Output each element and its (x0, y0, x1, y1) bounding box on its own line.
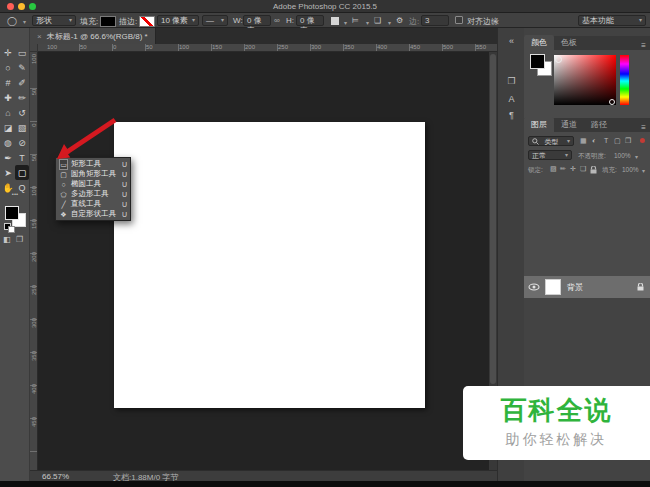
more-tools-icon[interactable]: ••• (0, 191, 30, 197)
lock-pixels-icon[interactable]: ✏ (560, 165, 566, 173)
layer-filter-toggle[interactable] (640, 138, 645, 143)
saturation-brightness-field[interactable] (554, 55, 616, 105)
options-bar: ◯ ▾ 形状▾ 填充: 描边: 10 像素▾ —▾ W: 0 像素 ∞ H: 0… (0, 13, 650, 28)
link-dimensions-icon[interactable]: ∞ (274, 16, 280, 25)
document-tab[interactable]: × 未标题-1 @ 66.6%(RGB/8) * (30, 28, 156, 44)
tab-color[interactable]: 颜色 (524, 35, 554, 50)
watermark-title: 百科全说 (463, 393, 650, 428)
chevron-down-icon: ▾ (642, 167, 645, 174)
tool-preset-arrow-icon[interactable]: ▾ (23, 18, 26, 25)
menu-item-line-tool[interactable]: ╱ 直线工具 U (56, 199, 130, 209)
workspace-dropdown[interactable]: 基本功能▾ (578, 15, 646, 26)
width-label: W: (233, 16, 243, 25)
zoom-level[interactable]: 66.57% (42, 472, 69, 481)
lock-position-icon[interactable]: ✛ (570, 165, 576, 173)
chevron-down-icon: ▾ (565, 150, 568, 161)
opacity-value[interactable]: 100% (614, 152, 631, 159)
stroke-width-dropdown[interactable]: 10 像素▾ (157, 15, 199, 26)
move-tool[interactable]: ✛ (1, 45, 15, 60)
tab-layers[interactable]: 图层 (524, 117, 554, 132)
lock-label: 锁定: (528, 166, 543, 175)
color-picker-marker[interactable] (555, 56, 562, 63)
path-arrangement-icon[interactable]: ❏ (374, 16, 381, 25)
shape-tool[interactable]: ▢ (15, 165, 29, 180)
chevron-down-icon[interactable]: ▾ (388, 19, 391, 26)
canvas-area[interactable] (38, 52, 497, 470)
history-brush-tool[interactable]: ↺ (15, 105, 29, 120)
pen-tool[interactable]: ✒ (1, 150, 15, 165)
type-tool[interactable]: T (15, 150, 29, 165)
healing-tool[interactable]: ✚ (1, 90, 15, 105)
path-select-tool[interactable]: ➤ (1, 165, 15, 180)
character-panel-icon[interactable]: A (498, 94, 525, 104)
close-icon[interactable]: × (37, 32, 42, 41)
eraser-tool[interactable]: ◪ (1, 120, 15, 135)
panel-menu-icon[interactable]: ≡ (641, 41, 650, 50)
status-chevron-icon[interactable]: › (176, 471, 179, 480)
tool-mode-dropdown[interactable]: 形状▾ (32, 15, 76, 26)
fill-swatch[interactable] (100, 16, 116, 27)
menu-item-polygon-tool[interactable]: ⬠ 多边形工具 U (56, 189, 130, 199)
align-edges-label: 对齐边缘 (467, 16, 499, 27)
color-picker-marker[interactable] (609, 99, 615, 105)
filter-smart-objects-icon[interactable]: ❒ (625, 137, 631, 145)
layer-thumbnail[interactable] (545, 279, 561, 295)
stroke-style-dropdown[interactable]: —▾ (202, 15, 228, 26)
tab-swatches[interactable]: 色板 (554, 35, 584, 50)
stroke-swatch[interactable] (139, 16, 155, 27)
path-alignment-icon[interactable]: ⊨ (352, 16, 359, 25)
tab-paths[interactable]: 路径 (584, 117, 614, 132)
layer-visibility-eye-icon[interactable] (528, 283, 540, 291)
hue-slider[interactable] (620, 55, 629, 105)
width-field[interactable]: 0 像素 (243, 15, 271, 26)
blend-mode-dropdown[interactable]: 正常 ▾ (528, 150, 572, 160)
blur-tool[interactable]: ◍ (1, 135, 15, 150)
document-canvas[interactable] (114, 122, 425, 408)
eyedropper-tool[interactable]: ✐ (15, 75, 29, 90)
chevron-down-icon: ▾ (635, 153, 638, 160)
foreground-color-swatch[interactable] (5, 206, 19, 220)
lasso-tool[interactable]: ○ (1, 60, 15, 75)
gear-icon[interactable]: ⚙ (396, 16, 403, 25)
path-operations-icon[interactable] (331, 17, 339, 25)
paragraph-panel-icon[interactable]: ¶ (498, 110, 525, 120)
menu-item-ellipse-tool[interactable]: ○ 椭圆工具 U (56, 179, 130, 189)
marquee-tool[interactable]: ▭ (15, 45, 29, 60)
menu-item-custom-shape-tool[interactable]: ❖ 自定形状工具 U (56, 209, 130, 219)
lock-transparent-icon[interactable]: ▨ (550, 165, 557, 173)
fill-value[interactable]: 100% (622, 166, 639, 173)
quick-select-tool[interactable]: ✎ (15, 60, 29, 75)
chevron-down-icon[interactable]: ▾ (344, 19, 347, 26)
properties-panel-icon[interactable]: ❐ (498, 76, 525, 86)
panel-menu-icon[interactable]: ≡ (641, 123, 650, 132)
crop-tool[interactable]: # (1, 75, 15, 90)
stamp-tool[interactable]: ⌂ (1, 105, 15, 120)
tab-channels[interactable]: 通道 (554, 117, 584, 132)
sides-field[interactable]: 3 (421, 15, 449, 26)
filter-adjustment-layers-icon[interactable]: ◐ (592, 137, 596, 144)
dodge-tool[interactable]: ⊘ (15, 135, 29, 150)
collapse-panels-icon[interactable]: « (498, 36, 525, 46)
gradient-tool[interactable]: ▧ (15, 120, 29, 135)
menu-item-rectangle-tool[interactable]: ▭ 矩形工具 U (56, 159, 130, 169)
chevron-down-icon[interactable]: ▾ (366, 19, 369, 26)
height-field[interactable]: 0 像素 (296, 15, 324, 26)
filter-type-layers-icon[interactable]: T (604, 137, 608, 144)
chevron-down-icon: ▾ (221, 15, 224, 26)
layer-row-background[interactable]: 背景 (524, 276, 650, 298)
menu-item-rounded-rectangle-tool[interactable]: ▢ 圆角矩形工具 U (56, 169, 130, 179)
layer-name: 背景 (567, 282, 583, 293)
lock-artboard-icon[interactable]: ❏ (580, 165, 586, 173)
foreground-color-swatch[interactable] (530, 54, 545, 69)
quick-mask-icon[interactable]: ◧ (3, 235, 11, 244)
tool-preset-icon[interactable]: ◯ (7, 16, 17, 26)
filter-pixel-layers-icon[interactable]: ▦ (580, 137, 587, 145)
brush-tool[interactable]: ✏ (15, 90, 29, 105)
align-edges-checkbox[interactable] (455, 16, 463, 24)
screen-mode-icon[interactable]: ❐ (16, 235, 23, 244)
filter-shape-layers-icon[interactable]: ▢ (614, 137, 621, 145)
horizontal-ruler: 100 50 0 50 100 150 200 250 300 350 400 … (38, 44, 497, 52)
lock-all-icon[interactable] (590, 166, 597, 174)
scrollbar-thumb[interactable] (490, 54, 496, 384)
layer-filter-dropdown[interactable]: 类型 ▾ (528, 136, 574, 146)
